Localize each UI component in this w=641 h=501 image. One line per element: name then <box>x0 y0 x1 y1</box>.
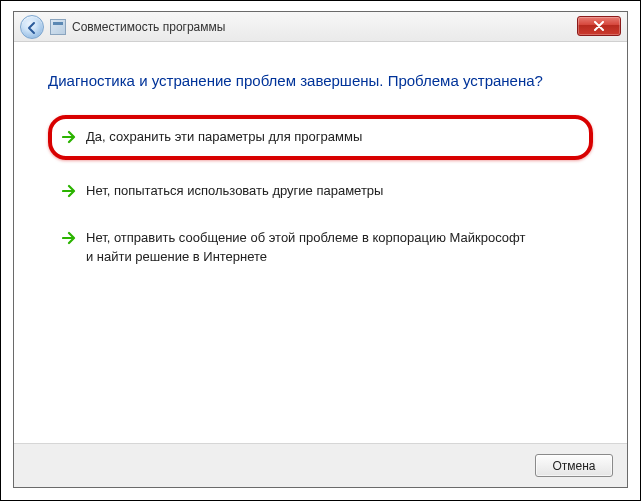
screenshot-frame: Совместимость программы Диагностика и ус… <box>0 0 641 501</box>
options-list: Да, сохранить эти параметры для программ… <box>48 115 593 278</box>
option-label: Нет, попытаться использовать другие пара… <box>86 182 383 201</box>
arrow-right-icon <box>62 231 76 245</box>
option-label: Да, сохранить эти параметры для программ… <box>86 128 362 147</box>
close-icon <box>593 21 605 31</box>
window-title: Совместимость программы <box>72 20 225 34</box>
option-save-settings[interactable]: Да, сохранить эти параметры для программ… <box>48 115 593 160</box>
back-arrow-icon <box>25 21 39 35</box>
option-label: Нет, отправить сообщение об этой проблем… <box>86 229 526 267</box>
option-try-other[interactable]: Нет, попытаться использовать другие пара… <box>48 170 593 213</box>
arrow-right-icon <box>62 130 76 144</box>
titlebar: Совместимость программы <box>14 12 627 42</box>
close-button[interactable] <box>577 16 621 36</box>
page-heading: Диагностика и устранение проблем заверше… <box>48 72 593 89</box>
app-icon <box>50 19 66 35</box>
option-report-microsoft[interactable]: Нет, отправить сообщение об этой проблем… <box>48 217 593 279</box>
back-button[interactable] <box>20 15 44 39</box>
cancel-button[interactable]: Отмена <box>535 454 613 477</box>
footer: Отмена <box>14 443 627 487</box>
wizard-body: Диагностика и устранение проблем заверше… <box>14 42 627 278</box>
wizard-window: Совместимость программы Диагностика и ус… <box>13 11 628 488</box>
arrow-right-icon <box>62 184 76 198</box>
